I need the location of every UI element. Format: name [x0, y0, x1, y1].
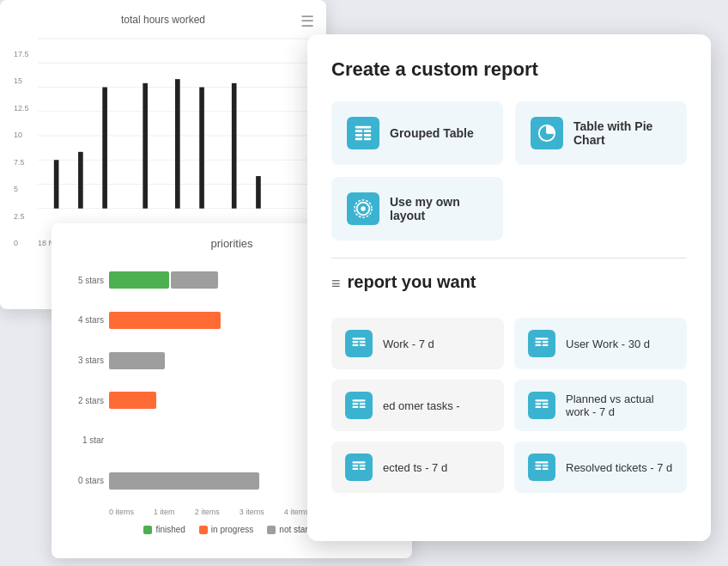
menu-icon[interactable]: ☰: [300, 12, 314, 31]
table-small-icon-4: [534, 398, 549, 413]
modal-title: Create a custom report: [331, 58, 687, 81]
svg-rect-43: [360, 406, 366, 408]
svg-rect-50: [353, 465, 359, 466]
line-chart-svg: [38, 33, 312, 239]
svg-rect-38: [543, 344, 549, 346]
pie-icon: [537, 124, 556, 143]
svg-rect-14: [232, 83, 237, 209]
legend-in-progress: in progress: [199, 525, 253, 534]
svg-rect-40: [353, 403, 359, 405]
svg-rect-34: [536, 338, 549, 339]
pie-chart-icon-box: [531, 117, 563, 149]
svg-rect-9: [78, 152, 83, 209]
svg-rect-49: [353, 461, 366, 463]
report-resolved-tickets-label: Resolved tickets - 7 d: [566, 461, 672, 474]
section-title: report you want: [348, 272, 476, 292]
svg-rect-36: [543, 341, 549, 343]
svg-rect-15: [256, 176, 261, 209]
table-icon: [354, 124, 373, 143]
report-row-1: Work - 7 d User Work - 30 d: [331, 318, 687, 369]
report-tickets-7d-label: ected ts - 7 d: [383, 461, 447, 474]
report-icon-resolved-tickets: [528, 453, 555, 481]
custom-layout-label: Use my own layout: [390, 195, 488, 222]
svg-rect-52: [353, 468, 359, 470]
svg-rect-11: [143, 83, 148, 209]
report-row-2: ed omer tasks - Planned vs actual work -…: [331, 380, 687, 431]
custom-layout-option[interactable]: Use my own layout: [331, 177, 503, 240]
svg-rect-19: [355, 134, 362, 137]
report-icon-user-work-30d: [528, 330, 555, 357]
report-work-7d-label: Work - 7 d: [383, 338, 434, 350]
pie-chart-table-option[interactable]: Table with Pie Chart: [515, 101, 687, 165]
svg-rect-10: [102, 88, 107, 209]
report-user-work-30d-label: User Work - 30 d: [566, 338, 650, 350]
svg-rect-8: [54, 160, 59, 208]
svg-rect-42: [353, 406, 359, 408]
svg-rect-57: [536, 468, 542, 470]
divider: [331, 258, 687, 259]
svg-rect-18: [364, 130, 371, 132]
report-planned-actual-label: Planned vs actual work - 7 d: [566, 393, 673, 418]
table-small-icon-3: [351, 398, 367, 413]
table-small-icon-5: [351, 459, 367, 475]
report-item-tickets-7d[interactable]: ected ts - 7 d: [331, 441, 504, 493]
report-item-planned-actual[interactable]: Planned vs actual work - 7 d: [514, 380, 687, 431]
svg-rect-16: [355, 126, 371, 129]
svg-rect-17: [355, 130, 362, 132]
grouped-table-label: Grouped Table: [390, 126, 474, 140]
svg-rect-41: [360, 403, 366, 405]
svg-rect-51: [360, 465, 366, 466]
svg-rect-31: [360, 341, 366, 343]
svg-rect-58: [543, 468, 549, 470]
line-chart-title: total hours worked: [14, 14, 312, 26]
report-icon-work-7d: [345, 330, 373, 357]
table-small-icon-2: [534, 336, 549, 351]
svg-rect-45: [536, 403, 542, 405]
svg-rect-54: [536, 461, 549, 463]
svg-rect-46: [543, 403, 549, 405]
report-icon-customer-tasks: [345, 392, 373, 419]
report-icon-tickets-7d: [345, 453, 373, 481]
report-item-work-7d[interactable]: Work - 7 d: [331, 318, 504, 369]
svg-rect-48: [543, 406, 549, 408]
svg-rect-12: [175, 79, 180, 209]
svg-rect-20: [364, 134, 371, 137]
svg-rect-53: [360, 468, 366, 470]
report-customer-tasks-label: ed omer tasks -: [383, 399, 460, 412]
pie-chart-table-label: Table with Pie Chart: [573, 119, 671, 147]
y-axis-labels: 17.5 15 12.5 10 7.5 5 2.5 0: [14, 50, 29, 247]
svg-rect-55: [536, 465, 542, 466]
svg-rect-29: [353, 338, 366, 339]
layout-icon: [354, 199, 373, 218]
svg-rect-30: [353, 341, 359, 343]
report-list: Work - 7 d User Work - 30 d: [331, 318, 687, 493]
report-row-3: ected ts - 7 d Resolved tickets - 7 d: [331, 441, 687, 493]
svg-rect-13: [199, 88, 204, 209]
svg-point-26: [361, 206, 366, 211]
custom-layout-icon-box: [347, 192, 379, 225]
report-item-user-work-30d[interactable]: User Work - 30 d: [514, 318, 687, 369]
report-icon-planned-actual: [528, 392, 555, 419]
report-item-customer-tasks[interactable]: ed omer tasks -: [331, 380, 504, 431]
section-menu-icon: ≡: [331, 275, 341, 293]
svg-rect-35: [536, 341, 542, 343]
svg-rect-44: [536, 399, 549, 401]
svg-rect-32: [353, 344, 359, 346]
report-type-options: Grouped Table Table with Pie Chart: [331, 101, 687, 240]
grouped-table-option[interactable]: Grouped Table: [331, 101, 503, 165]
svg-rect-22: [364, 138, 371, 141]
report-item-resolved-tickets[interactable]: Resolved tickets - 7 d: [514, 441, 687, 493]
svg-rect-47: [536, 406, 542, 408]
table-small-icon-6: [534, 459, 549, 475]
svg-rect-56: [543, 465, 549, 466]
svg-rect-37: [536, 344, 542, 346]
svg-rect-33: [360, 344, 366, 346]
svg-rect-39: [353, 399, 366, 401]
svg-rect-21: [355, 138, 362, 141]
grouped-table-icon-box: [347, 117, 379, 149]
table-small-icon: [351, 336, 367, 351]
legend-finished: finished: [143, 525, 185, 534]
main-modal-card: Create a custom report Grouped Table: [307, 34, 711, 541]
